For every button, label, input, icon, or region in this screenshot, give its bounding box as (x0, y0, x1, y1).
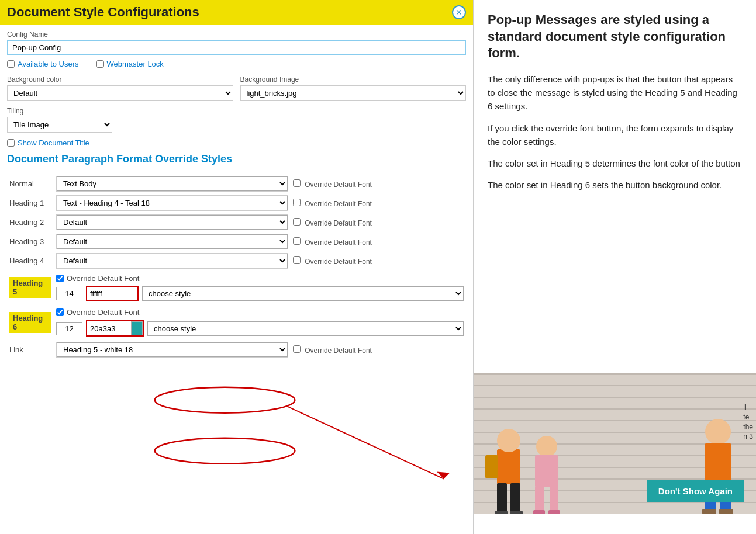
person-figure-2 (529, 432, 564, 514)
available-to-users-checkbox[interactable]: Available to Users (7, 60, 79, 68)
svg-rect-7 (510, 483, 520, 514)
heading4-style-select[interactable]: Default (57, 254, 288, 268)
bg-color-select[interactable]: Default (8, 86, 233, 100)
config-name-input[interactable] (7, 40, 466, 55)
svg-rect-18 (705, 443, 731, 481)
right-para5: The color set in Heading 6 sets the butt… (488, 178, 742, 192)
show-doc-title-label: Show Document Title (18, 138, 89, 147)
svg-rect-21 (702, 509, 716, 514)
heading3-override-label[interactable]: Override Default Font (293, 238, 372, 247)
heading4-override-check[interactable] (293, 256, 301, 264)
heading5-override-check[interactable] (56, 275, 64, 282)
format-table: Normal Text Body Override Default Font (7, 174, 466, 359)
bg-image-select[interactable]: light_bricks.jpg (241, 86, 466, 100)
heading2-style-wrap: Default (56, 214, 288, 230)
heading3-style-select[interactable]: Default (57, 234, 288, 249)
link-label: Link (7, 340, 54, 359)
heading4-label: Heading 4 (7, 251, 54, 271)
svg-point-0 (155, 387, 295, 413)
heading1-override-label[interactable]: Override Default Font (293, 200, 372, 208)
heading2-override-check[interactable] (293, 218, 301, 226)
bg-color-label: Background color (7, 75, 233, 84)
heading5-style-select[interactable]: choose style (142, 286, 464, 301)
heading6-override-check[interactable] (56, 308, 64, 316)
svg-rect-13 (535, 486, 544, 514)
heading6-color-swatch (131, 321, 143, 335)
heading6-color-input[interactable] (87, 323, 131, 335)
heading6-expanded-row: choose style (56, 318, 464, 338)
heading4-override-label[interactable]: Override Default Font (293, 258, 372, 266)
close-button[interactable]: ✕ (452, 5, 466, 19)
checkboxes-row: Available to Users Webmaster Lock (7, 60, 466, 68)
heading2-style-select[interactable]: Default (57, 215, 288, 230)
normal-style-select[interactable]: Text Body (57, 176, 288, 191)
heading5-color-input[interactable] (86, 286, 139, 301)
left-panel: Document Style Configurations ✕ Config N… (0, 0, 474, 534)
link-override-label[interactable]: Override Default Font (293, 346, 372, 355)
svg-rect-16 (548, 510, 560, 514)
normal-row: Normal Text Body Override Default Font (7, 174, 466, 193)
svg-line-2 (286, 406, 444, 479)
available-to-users-label: Available to Users (18, 60, 79, 68)
link-override-check[interactable] (293, 345, 301, 353)
heading4-style-wrap: Default (56, 253, 288, 269)
normal-override-check[interactable] (293, 179, 301, 187)
heading2-override-cell: Override Default Font (291, 213, 466, 232)
heading6-label-cell: Heading 6 (7, 304, 54, 340)
heading2-row: Heading 2 Default Override Default Font (7, 213, 466, 232)
bg-color-select-wrap: Default (7, 85, 233, 101)
right-para4: The color set in Heading 5 determines th… (488, 157, 742, 170)
page-title: Document Style Configurations (7, 5, 199, 20)
heading2-override-label[interactable]: Override Default Font (293, 219, 372, 227)
background-row: Background color Default Background Imag… (7, 75, 466, 101)
heading2-label: Heading 2 (7, 213, 54, 232)
heading3-label: Heading 3 (7, 232, 54, 251)
person-figure-1 (485, 420, 532, 514)
tiling-select[interactable]: Tile Image (8, 117, 112, 132)
available-to-users-input[interactable] (7, 60, 15, 68)
heading5-row: Heading 5 Override Default Font choose s… (7, 271, 466, 304)
config-name-section: Config Name (7, 30, 466, 55)
heading5-fontsize-input[interactable] (56, 287, 82, 300)
normal-style-wrap: Text Body (56, 176, 288, 192)
svg-point-17 (705, 419, 731, 445)
heading6-fontsize-input[interactable] (56, 322, 82, 335)
heading3-override-check[interactable] (293, 237, 301, 245)
section-title: Document Paragraph Format Override Style… (7, 153, 466, 168)
heading6-row: Heading 6 Override Default Font (7, 304, 466, 340)
right-para1: Pop-up Messages are styled using a stand… (488, 12, 742, 62)
webmaster-lock-input[interactable] (96, 60, 104, 68)
show-doc-title-input[interactable] (7, 139, 15, 147)
heading1-override-check[interactable] (293, 199, 301, 206)
normal-style-cell: Text Body (54, 174, 291, 193)
heading4-row: Heading 4 Default Override Default Font (7, 251, 466, 271)
heading6-override-label: Override Default Font (67, 308, 139, 317)
svg-rect-4 (497, 449, 520, 484)
heading1-row: Heading 1 Text - Heading 4 - Teal 18 Ove… (7, 193, 466, 213)
link-override-cell: Override Default Font (291, 340, 466, 359)
link-style-select[interactable]: Heading 5 - white 18 (57, 342, 288, 357)
dont-show-again-button[interactable]: Don't Show Again (647, 480, 744, 502)
normal-override-label[interactable]: Override Default Font (293, 181, 372, 189)
link-style-cell: Heading 5 - white 18 (54, 340, 291, 359)
heading3-style-wrap: Default (56, 234, 288, 249)
heading5-override-cell: Override Default Font choose style (54, 271, 466, 304)
show-doc-title-checkbox[interactable]: Show Document Title (7, 138, 466, 147)
svg-marker-3 (437, 472, 450, 479)
svg-rect-8 (495, 511, 508, 514)
svg-rect-15 (533, 510, 545, 514)
svg-rect-22 (719, 509, 733, 514)
heading1-style-cell: Text - Heading 4 - Teal 18 (54, 193, 291, 213)
webmaster-lock-checkbox[interactable]: Webmaster Lock (96, 60, 164, 68)
heading3-row: Heading 3 Default Override Default Font (7, 232, 466, 251)
right-para2: The only difference with pop-ups is that… (488, 72, 742, 113)
heading4-override-cell: Override Default Font (291, 251, 466, 271)
main-container: Document Style Configurations ✕ Config N… (0, 0, 756, 534)
heading6-style-select[interactable]: choose style (147, 321, 464, 336)
heading1-style-select[interactable]: Text - Heading 4 - Teal 18 (57, 196, 288, 210)
svg-point-1 (155, 438, 295, 464)
webmaster-lock-label: Webmaster Lock (107, 60, 164, 68)
tiling-select-wrap: Tile Image (7, 117, 112, 133)
link-style-wrap: Heading 5 - white 18 (56, 342, 288, 358)
bg-image-select-wrap: light_bricks.jpg (240, 85, 467, 101)
